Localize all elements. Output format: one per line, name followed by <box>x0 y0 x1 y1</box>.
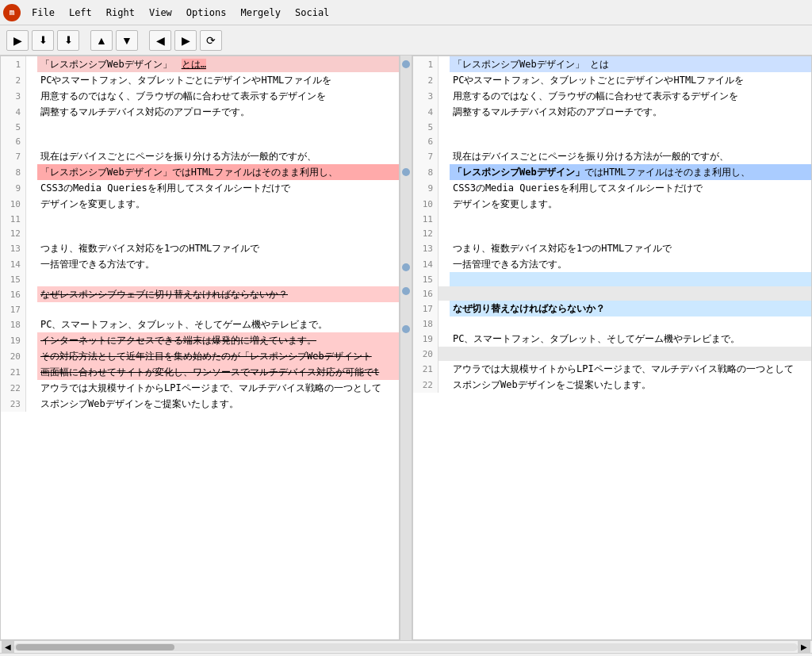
statusbar <box>0 653 812 656</box>
line-number: 23 <box>1 396 26 412</box>
change-indicator-16[interactable] <box>402 287 410 295</box>
line-number: 20 <box>1 348 26 364</box>
line-marker <box>439 196 450 212</box>
scroll-thumb[interactable] <box>16 644 174 650</box>
diff-line-21: 21画面幅に合わせてサイトが変化し、ワンソースでマルチデバイス対応が可能でt <box>1 364 399 380</box>
left-diff-content[interactable]: 1「レスポンシブWebデザイン」 とは…2PCやスマートフォン、タブレットごとに… <box>1 56 399 639</box>
download-right-button[interactable]: ⬇ <box>57 30 79 51</box>
menubar: m File Left Right View Options Mergely S… <box>0 0 812 25</box>
menu-options[interactable]: Options <box>180 5 233 21</box>
change-indicator-8[interactable] <box>402 168 410 176</box>
line-content <box>450 316 811 331</box>
line-number: 15 <box>1 272 26 286</box>
line-content: 調整するマルチデバイス対応のアプローチです。 <box>37 104 399 120</box>
menu-file[interactable]: File <box>25 5 61 21</box>
line-number: 15 <box>413 272 439 286</box>
line-marker <box>26 148 37 164</box>
line-number: 13 <box>413 240 439 256</box>
line-marker <box>26 56 37 72</box>
line-content: PC、スマートフォン、タブレット、そしてゲーム機やテレビまで。 <box>450 331 811 347</box>
line-marker <box>439 240 450 256</box>
line-number: 6 <box>1 134 26 148</box>
line-number: 5 <box>413 120 439 134</box>
diff-line-6: 6 <box>413 134 811 148</box>
line-marker <box>26 302 37 316</box>
scroll-right-button[interactable]: ▶ <box>174 30 197 51</box>
menu-social[interactable]: Social <box>289 5 335 21</box>
menu-right[interactable]: Right <box>100 5 141 21</box>
right-diff-content[interactable]: 1「レスポンシブWebデザイン」 とは2PCやスマートフォン、タブレットごとにデ… <box>413 56 811 639</box>
line-content: 一括管理できる方法です。 <box>450 256 811 272</box>
line-number: 1 <box>1 56 26 72</box>
line-content: デザインを変更します。 <box>450 196 811 212</box>
line-marker <box>26 286 37 302</box>
line-marker <box>439 301 450 316</box>
line-content <box>37 120 399 134</box>
download-left-button[interactable]: ⬇ <box>32 30 54 51</box>
line-content <box>37 302 399 316</box>
diff-line-2: 2PCやスマートフォン、タブレットごとにデザインやHTMLファイルを <box>1 72 399 88</box>
line-content: CSS3のMedia Queriesを利用してスタイルシートだけで <box>37 180 399 196</box>
line-number: 14 <box>1 256 26 272</box>
menu-mergely[interactable]: Mergely <box>234 5 287 21</box>
line-content <box>450 272 811 286</box>
change-indicator-15[interactable] <box>402 263 410 271</box>
diff-line-19: 19インターネットにアクセスできる端末は爆発的に増えています。 <box>1 332 399 348</box>
line-content: なぜ切り替えなければならないか？ <box>450 301 811 316</box>
line-content: 「レスポンシブWebデザイン」 とは <box>450 56 811 72</box>
next-change-button[interactable]: ▶ <box>6 30 29 51</box>
line-marker <box>26 396 37 412</box>
line-number: 20 <box>413 347 439 361</box>
right-panel: 1「レスポンシブWebデザイン」 とは2PCやスマートフォン、タブレットごとにデ… <box>412 56 812 640</box>
next-diff-button[interactable]: ▼ <box>116 30 138 51</box>
diff-line-17: 17なぜ切り替えなければならないか？ <box>413 301 811 316</box>
line-content <box>450 286 811 301</box>
line-number: 22 <box>1 380 26 396</box>
line-content: 画面幅に合わせてサイトが変化し、ワンソースでマルチデバイス対応が可能でt <box>37 364 399 380</box>
line-marker <box>26 272 37 286</box>
line-marker <box>26 316 37 332</box>
line-marker <box>439 120 450 134</box>
diff-line-16: 16なぜレスポンシブウェブに切り替えなければならないか？ <box>1 286 399 302</box>
line-marker <box>26 212 37 226</box>
scroll-left-button[interactable]: ◀ <box>149 30 171 51</box>
line-marker <box>26 256 37 272</box>
line-marker <box>439 331 450 347</box>
line-content: 用意するのではなく、ブラウザの幅に合わせて表示するデザインを <box>450 88 811 104</box>
line-marker <box>26 120 37 134</box>
line-content: つまり、複数デバイス対応を1つのHTMLファイルで <box>450 240 811 256</box>
left-panel: 1「レスポンシブWebデザイン」 とは…2PCやスマートフォン、タブレットごとに… <box>0 56 400 640</box>
diff-line-4: 4調整するマルチデバイス対応のアプローチです。 <box>413 104 811 120</box>
menu-left[interactable]: Left <box>63 5 98 21</box>
line-number: 14 <box>413 256 439 272</box>
app-logo: m <box>3 4 21 21</box>
prev-diff-button[interactable]: ▲ <box>90 30 113 51</box>
line-content: PC、スマートフォン、タブレット、そしてゲーム機やテレビまで。 <box>37 316 399 332</box>
line-number: 4 <box>1 104 26 120</box>
diff-line-17: 17 <box>1 302 399 316</box>
line-number: 18 <box>413 316 439 331</box>
refresh-button[interactable]: ⟳ <box>200 30 222 51</box>
line-content: アウラでは大規模サイトからLPIページまで、マルチデバイス戦略の一つとして <box>37 380 399 396</box>
change-indicator-19[interactable] <box>402 325 410 333</box>
diff-line-8: 8「レスポンシブWebデザイン」ではHTMLファイルはそのまま利用し、 <box>1 164 399 180</box>
diff-line-22: 22アウラでは大規模サイトからLPIページまで、マルチデバイス戦略の一つとして <box>1 380 399 396</box>
line-marker <box>439 164 450 180</box>
line-content: その対応方法として近年注目を集め始めたのが「レスポンシブWebデザイント <box>37 348 399 364</box>
menu-view[interactable]: View <box>143 5 178 21</box>
line-marker <box>439 226 450 240</box>
line-marker <box>26 104 37 120</box>
change-indicator-1[interactable] <box>402 60 410 68</box>
line-content: デザインを変更します。 <box>37 196 399 212</box>
diff-line-10: 10デザインを変更します。 <box>1 196 399 212</box>
scroll-right-arrow[interactable]: ▶ <box>798 641 810 654</box>
line-content: 「レスポンシブWebデザイン」 とは… <box>37 56 399 72</box>
line-number: 7 <box>1 148 26 164</box>
line-number: 2 <box>1 72 26 88</box>
diff-line-8: 8「レスポンシブWebデザイン」ではHTMLファイルはそのまま利用し、 <box>413 164 811 180</box>
line-marker <box>439 104 450 120</box>
line-number: 1 <box>413 56 439 72</box>
scroll-left-arrow[interactable]: ◀ <box>2 641 14 654</box>
line-number: 19 <box>413 331 439 347</box>
line-content <box>450 347 811 361</box>
